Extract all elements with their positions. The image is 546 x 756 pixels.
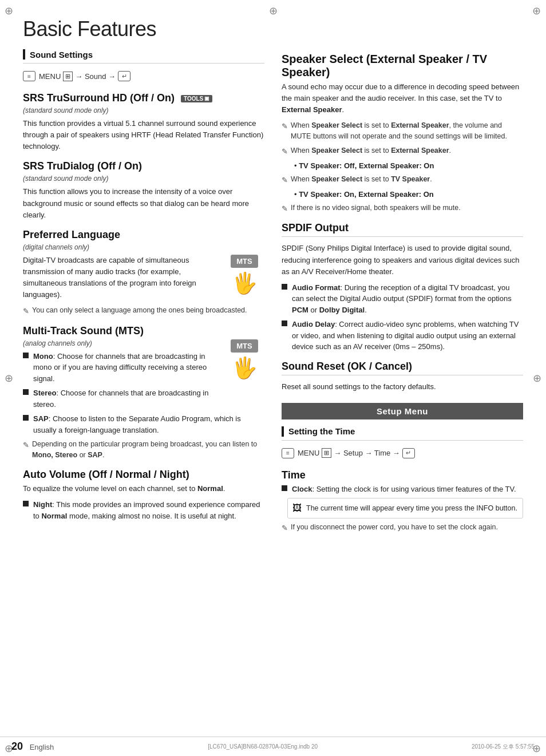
- sound-reset-body: Reset all sound settings to the factory …: [282, 381, 523, 393]
- pencil-icon-7: ✎: [282, 523, 288, 534]
- preferred-language-note: (digital channels only): [23, 243, 264, 251]
- time-bullet-clock: Clock: Setting the clock is for using va…: [282, 484, 523, 495]
- spdif-title: SPDIF Output: [282, 222, 523, 234]
- print-date: 2010-06-25 오후 5:57:55: [472, 743, 535, 751]
- bullet-square: [23, 501, 29, 506]
- menu-label-time: MENU: [298, 449, 319, 457]
- speaker-sub-bullet-2: • TV Speaker: On, External Speaker: On: [282, 189, 523, 200]
- time-clock-text: Clock: Setting the clock is for using va…: [292, 484, 516, 495]
- multi-track-bullet-mono: Mono: Choose for channels that are broad…: [23, 351, 219, 385]
- center-mark-top: ⊕: [269, 5, 278, 17]
- time-title: Time: [282, 469, 523, 481]
- speaker-sub-bullet-1: • TV Speaker: Off, External Speaker: On: [282, 160, 523, 172]
- doc-id: [LC670_USA]BN68-02870A-03Eng.indb 20: [208, 743, 318, 750]
- speaker-note-final: ✎ If there is no video signal, both spea…: [282, 203, 523, 215]
- menu-grid-time: ⊞: [322, 448, 331, 458]
- srs-surround-body: This function provides a virtual 5.1 cha…: [23, 118, 264, 152]
- bullet-square: [23, 389, 29, 395]
- time-menu-path: ≡ MENU ⊞ → Setup → Time → ↵: [282, 446, 523, 460]
- setting-time-title: Setting the Time: [288, 426, 355, 436]
- menu-arrow-sound: → Sound →: [75, 72, 116, 81]
- speaker-note-final-text: If there is no video signal, both speake…: [291, 203, 461, 213]
- spdif-section: SPDIF Output SPDIF (Sony Philips Digital…: [282, 222, 523, 352]
- page-container: ⊕ ⊕ ⊕ ⊕ ⊕ ⊕ ⊕ Basic Features Sound Setti…: [0, 0, 546, 756]
- pencil-icon-2: ✎: [23, 440, 29, 451]
- menu-arrow-time: → Setup → Time →: [334, 449, 400, 457]
- center-mark-left: ⊕: [5, 372, 13, 385]
- info-box-icon: 🖼: [292, 501, 302, 515]
- pencil-icon-6: ✎: [282, 203, 288, 215]
- mts-image-preferred: MTS 🖐: [224, 255, 264, 300]
- tools-badge: TOOLS ▣: [181, 95, 212, 102]
- page-number: 20: [11, 741, 23, 752]
- setting-time-header: Setting the Time: [282, 426, 523, 437]
- preferred-language-note-line: ✎ You can only select a language among t…: [23, 305, 264, 317]
- enter-icon: ↵: [118, 71, 130, 81]
- srs-dialog-body: This function allows you to increase the…: [23, 186, 264, 220]
- section-bar-time: [282, 426, 284, 437]
- bullet-square: [23, 353, 29, 358]
- left-column: Sound Settings ≡ MENU ⊞ → Sound → ↵ SRS …: [23, 49, 264, 537]
- time-section: Time Clock: Setting the clock is for usi…: [282, 469, 523, 534]
- time-info-text: The current time will appear every time …: [306, 503, 517, 514]
- auto-volume-bullet-night: Night: This mode provides an improved so…: [23, 499, 264, 521]
- enter-icon-time: ↵: [402, 448, 415, 458]
- mts-image-multitrack: MTS 🖐: [224, 339, 264, 385]
- section-divider: [23, 63, 264, 64]
- setup-menu-banner: Setup Menu: [282, 403, 523, 419]
- preferred-language-note-text: You can only select a language among the…: [32, 305, 247, 316]
- spdif-audio-delay-text: Audio Delay: Correct audio-video sync pr…: [292, 319, 523, 353]
- srs-trudialog-section: SRS TruDialog (Off / On) (standard sound…: [23, 160, 264, 220]
- speaker-select-title: Speaker Select (External Speaker / TV Sp…: [282, 53, 523, 79]
- bullet-square: [282, 284, 287, 290]
- bullet-text-night: Night: This mode provides an improved so…: [33, 499, 264, 521]
- multi-track-content: MTS 🖐 (analog channels only) Mono: Choos…: [23, 339, 264, 440]
- menu-grid-icon: ⊞: [63, 72, 73, 81]
- time-info-box: 🖼 The current time will appear every tim…: [287, 498, 523, 518]
- speaker-note-2-text: When Speaker Select is set to External S…: [291, 145, 451, 156]
- bullet-text-mono: Mono: Choose for channels that are broad…: [33, 351, 219, 385]
- auto-volume-section: Auto Volume (Off / Normal / Night) To eq…: [23, 469, 264, 521]
- auto-volume-body: To equalize the volume level on each cha…: [23, 483, 264, 494]
- speaker-note-3-text: When Speaker Select is set to TV Speaker…: [291, 174, 432, 185]
- bullet-square: [282, 485, 287, 491]
- mts-hand-preferred: 🖐: [232, 271, 258, 295]
- pencil-icon-3: ✎: [282, 121, 288, 132]
- speaker-note-2: ✎ When Speaker Select is set to External…: [282, 145, 523, 157]
- preferred-language-content: MTS 🖐 Digital-TV broadcasts are capable …: [23, 255, 264, 306]
- sound-settings-title: Sound Settings: [30, 50, 93, 60]
- srs-dialog-note: (standard sound mode only): [23, 175, 264, 183]
- srs-surround-title: SRS TruSurround HD (Off / On) TOOLS ▣: [23, 92, 264, 104]
- sound-reset-title: Sound Reset (OK / Cancel): [282, 361, 523, 373]
- preferred-language-title: Preferred Language: [23, 229, 264, 241]
- bottom-bar: 20 English [LC670_USA]BN68-02870A-03Eng.…: [0, 737, 546, 756]
- spdif-bullet-audio-delay: Audio Delay: Correct audio-video sync pr…: [282, 319, 523, 353]
- menu-label: MENU: [39, 72, 61, 81]
- sound-settings-header: Sound Settings: [23, 49, 264, 60]
- speaker-select-section: Speaker Select (External Speaker / TV Sp…: [282, 53, 523, 214]
- center-mark-right: ⊕: [533, 372, 541, 385]
- page-number-block: 20 English: [11, 741, 54, 753]
- multi-track-note-text: Depending on the particular program bein…: [32, 439, 264, 461]
- sound-reset-section: Sound Reset (OK / Cancel) Reset all soun…: [282, 361, 523, 393]
- multi-track-note-line: ✎ Depending on the particular program be…: [23, 439, 264, 461]
- speaker-note-1-text: When Speaker Select is set to External S…: [291, 120, 523, 142]
- setting-time-divider: [282, 440, 523, 441]
- auto-volume-title: Auto Volume (Off / Normal / Night): [23, 469, 264, 481]
- bullet-text-stereo: Stereo: Choose for channels that are bro…: [33, 387, 219, 410]
- spdif-body: SPDIF (Sony Philips Digital Interface) i…: [282, 243, 523, 277]
- spdif-bullet-audio-format: Audio Format: During the reception of a …: [282, 282, 523, 316]
- time-note-line: ✎ If you disconnect the power cord, you …: [282, 522, 523, 534]
- spdif-divider: [282, 236, 523, 237]
- spdif-audio-format-text: Audio Format: During the reception of a …: [292, 282, 523, 316]
- speaker-note-3: ✎ When Speaker Select is set to TV Speak…: [282, 174, 523, 186]
- srs-surround-note: (standard sound mode only): [23, 106, 264, 114]
- srs-dialog-title: SRS TruDialog (Off / On): [23, 160, 264, 172]
- section-bar: [23, 49, 25, 60]
- corner-mark-tr: ⊕: [532, 5, 541, 14]
- preferred-language-section: Preferred Language (digital channels onl…: [23, 229, 264, 317]
- pencil-icon-4: ✎: [282, 146, 288, 157]
- time-note-text: If you disconnect the power cord, you ha…: [291, 522, 498, 533]
- sound-menu-path: ≡ MENU ⊞ → Sound → ↵: [23, 69, 264, 83]
- mts-hand-multitrack: 🖐: [232, 356, 258, 380]
